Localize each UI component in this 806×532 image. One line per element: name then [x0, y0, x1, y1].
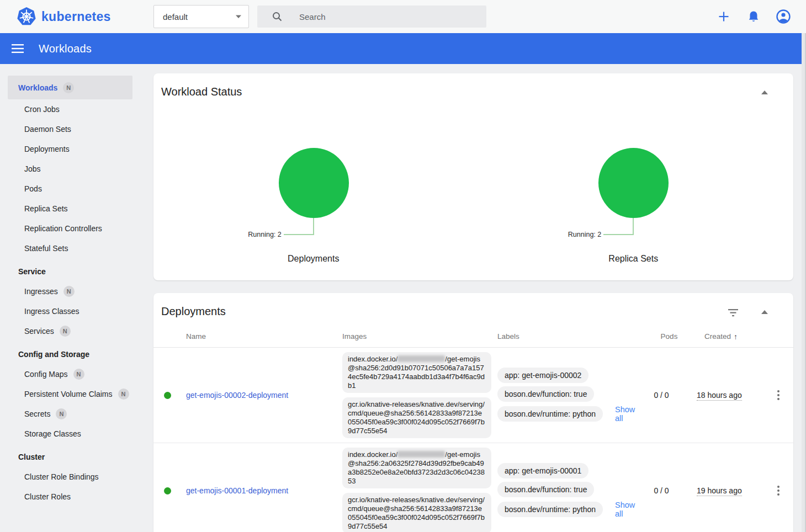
collapse-deployments-button[interactable]: [758, 305, 771, 318]
sidebar-item-label: Ingress Classes: [24, 307, 79, 316]
callout-line: [284, 234, 314, 235]
sidebar: WorkloadsNCron JobsDaemon SetsDeployment…: [0, 64, 144, 532]
new-badge: N: [60, 326, 71, 337]
page-title: Workloads: [39, 42, 92, 55]
sidebar-item-label: Persistent Volume Claims: [24, 390, 113, 398]
sidebar-section-service: Service: [0, 262, 144, 281]
pie-chart-deployments: [279, 148, 349, 218]
workload-charts: Running: 2 Deployments Running: 2 Replic…: [153, 148, 793, 280]
sidebar-item-daemon-sets[interactable]: Daemon Sets: [0, 119, 144, 139]
arrow-up-icon: [761, 310, 768, 314]
column-header-created[interactable]: Created ↑: [688, 332, 738, 341]
workload-status-card: Workload Status Running: 2 Deployments R…: [153, 73, 793, 280]
sort-ascending-icon: ↑: [734, 332, 738, 341]
sidebar-section-cluster: Cluster: [0, 447, 144, 467]
sidebar-item-label: Storage Classes: [24, 429, 81, 438]
sidebar-item-config-maps[interactable]: Config MapsN: [0, 364, 144, 384]
namespace-selector[interactable]: default: [153, 5, 249, 28]
sidebar-item-label: Daemon Sets: [24, 125, 71, 134]
card-title: Workload Status: [153, 73, 793, 98]
image-chip: index.docker.io//get-emojis@sha256:2d0d9…: [342, 352, 491, 393]
pods-count: 0 / 0: [642, 391, 681, 400]
row-menu-button[interactable]: [775, 388, 782, 402]
sidebar-item-replication-controllers[interactable]: Replication Controllers: [0, 219, 144, 238]
account-button[interactable]: [776, 9, 791, 24]
sidebar-item-label: Deployments: [24, 145, 70, 153]
callout-line: [603, 234, 633, 235]
notifications-button[interactable]: [746, 9, 761, 24]
sidebar-item-label: Service: [18, 267, 46, 276]
label-chip: app: get-emojis-00002: [497, 368, 588, 383]
account-icon: [776, 9, 791, 24]
sidebar-item-workloads[interactable]: WorkloadsN: [8, 76, 132, 99]
namespace-value: default: [163, 12, 188, 22]
sidebar-item-storage-classes[interactable]: Storage Classes: [0, 424, 144, 444]
show-all-link[interactable]: Show all: [615, 501, 642, 518]
sidebar-item-stateful-sets[interactable]: Stateful Sets: [0, 238, 144, 258]
sidebar-item-label: Pods: [24, 184, 42, 193]
brand-name: kubernetes: [41, 9, 111, 24]
menu-button[interactable]: [11, 42, 24, 55]
sidebar-item-label: Workloads: [18, 83, 57, 92]
column-header-label: Created: [704, 332, 731, 341]
sidebar-item-label: Ingresses: [24, 287, 58, 296]
sidebar-item-jobs[interactable]: Jobs: [0, 159, 144, 179]
sidebar-item-label: Cron Jobs: [24, 105, 60, 114]
deployment-link[interactable]: get-emojis-00001-deployment: [186, 486, 288, 495]
sidebar-item-secrets[interactable]: SecretsN: [0, 404, 144, 424]
sidebar-item-cluster-role-bindings[interactable]: Cluster Role Bindings: [0, 467, 144, 487]
bell-icon: [747, 10, 760, 23]
image-chip: gcr.io/knative-releases/knative.dev/serv…: [342, 397, 491, 438]
new-badge: N: [118, 389, 129, 400]
sidebar-item-replica-sets[interactable]: Replica Sets: [0, 199, 144, 219]
deployment-link[interactable]: get-emojis-00002-deployment: [186, 391, 288, 400]
image-text: index.docker.io/: [348, 355, 397, 363]
workload-chart-deployments: Running: 2 Deployments: [153, 148, 474, 280]
sidebar-item-label: Cluster: [18, 453, 45, 461]
sidebar-item-label: Stateful Sets: [24, 244, 68, 253]
sidebar-item-pods[interactable]: Pods: [0, 179, 144, 199]
pods-count: 0 / 0: [642, 486, 681, 495]
chart-annotation: Running: 2: [568, 231, 601, 238]
chart-caption: Deployments: [153, 254, 474, 264]
created-timestamp: 18 hours ago: [697, 391, 742, 401]
sidebar-item-services[interactable]: ServicesN: [0, 321, 144, 341]
create-resource-button[interactable]: [717, 9, 731, 24]
kubernetes-logo[interactable]: kubernetes: [17, 7, 111, 26]
sidebar-item-label: Jobs: [24, 164, 41, 173]
column-header-labels[interactable]: Labels: [497, 332, 650, 341]
hamburger-icon: [12, 44, 24, 53]
sidebar-item-deployments[interactable]: Deployments: [0, 139, 144, 159]
arrow-up-icon: [761, 91, 768, 94]
show-all-link[interactable]: Show all: [615, 405, 642, 423]
sidebar-item-persistent-volume-claims[interactable]: Persistent Volume ClaimsN: [0, 384, 144, 404]
column-header-pods[interactable]: Pods: [650, 332, 688, 341]
sidebar-item-ingress-classes[interactable]: Ingress Classes: [0, 301, 144, 321]
chart-caption: Replica Sets: [474, 254, 794, 264]
new-badge: N: [73, 369, 84, 380]
column-header-images[interactable]: Images: [342, 332, 497, 341]
sidebar-item-label: Replication Controllers: [24, 224, 102, 233]
filter-icon: [728, 309, 738, 317]
collapse-workload-status-button[interactable]: [758, 86, 771, 99]
image-text: index.docker.io/: [348, 450, 397, 459]
sidebar-item-label: Cluster Roles: [24, 492, 71, 501]
label-chip: boson.dev/runtime: python: [497, 406, 603, 422]
sidebar-item-cluster-roles[interactable]: Cluster Roles: [0, 487, 144, 507]
sidebar-item-label: Config Maps: [24, 370, 68, 379]
new-badge: N: [63, 286, 75, 297]
callout-line: [313, 218, 314, 235]
pie-chart-replica-sets: [598, 148, 669, 218]
scrollbar[interactable]: [802, 33, 806, 532]
row-menu-button[interactable]: [775, 483, 782, 498]
image-chip: gcr.io/knative-releases/knative.dev/serv…: [342, 493, 491, 532]
callout-line: [633, 218, 634, 235]
sidebar-item-label: Secrets: [24, 409, 50, 418]
sidebar-item-ingresses[interactable]: IngressesN: [0, 281, 144, 301]
topbar: kubernetes default: [0, 0, 806, 33]
sidebar-item-cron-jobs[interactable]: Cron Jobs: [0, 99, 144, 119]
filter-button[interactable]: [727, 306, 740, 320]
search-input[interactable]: [299, 12, 465, 22]
column-header-name[interactable]: Name: [153, 332, 342, 341]
created-timestamp: 19 hours ago: [697, 486, 742, 496]
